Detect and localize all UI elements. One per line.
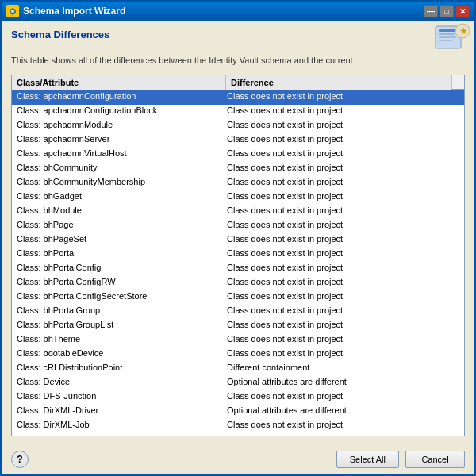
cell-difference: Class does not exist in project xyxy=(222,433,464,436)
table-row[interactable]: Class: apchadmnServerClass does not exis… xyxy=(12,133,464,148)
table-row[interactable]: Class: bhCommunityMembershipClass does n… xyxy=(12,176,464,190)
cell-class-attr: Class: apchadmnVirtualHost xyxy=(12,148,222,162)
table-row[interactable]: Class: bhGadgetClass does not exist in p… xyxy=(12,190,464,205)
table-row[interactable]: Class: bhPortalConfigRWClass does not ex… xyxy=(12,276,464,290)
table-row[interactable]: Class: bhPortalConfigSecretStoreClass do… xyxy=(12,290,464,305)
cell-class-attr: Class: bhPageSet xyxy=(12,233,222,248)
cell-class-attr: Class: Device xyxy=(12,376,222,390)
cell-class-attr: Class: bhCommunityMembership xyxy=(12,176,222,190)
cell-class-attr: Class: bhPortalGroupList xyxy=(12,319,222,333)
footer-left: ? xyxy=(11,451,29,468)
table-row[interactable]: Class: bhPortalConfigClass does not exis… xyxy=(12,262,464,276)
table-row[interactable]: Class: bootableDeviceClass does not exis… xyxy=(12,347,464,362)
cell-class-attr: Class: DFS-Junction xyxy=(12,390,222,405)
cell-difference: Optional attributes are different xyxy=(222,376,464,390)
cell-class-attr: Class: DirXML-Library xyxy=(12,433,222,436)
cell-difference: Class does not exist in project xyxy=(222,347,464,362)
table-row[interactable]: Class: DirXML-JobClass does not exist in… xyxy=(12,419,464,433)
table-row[interactable]: Class: DFS-JunctionClass does not exist … xyxy=(12,390,464,405)
column-header-difference: Difference xyxy=(226,75,451,90)
table-row[interactable]: Class: bhPortalClass does not exist in p… xyxy=(12,248,464,262)
table-row[interactable]: Class: bhModuleClass does not exist in p… xyxy=(12,205,464,219)
footer-buttons: Select All Cancel xyxy=(336,451,465,468)
cell-difference: Class does not exist in project xyxy=(222,205,464,219)
cell-class-attr: Class: bhPortalConfigRW xyxy=(12,276,222,290)
table-row[interactable]: Class: apchadmnVirtualHostClass does not… xyxy=(12,148,464,162)
cell-class-attr: Class: bhModule xyxy=(12,205,222,219)
table-row[interactable]: Class: bhPageSetClass does not exist in … xyxy=(12,233,464,248)
svg-rect-4 xyxy=(439,33,455,35)
svg-point-1 xyxy=(11,10,14,13)
table-row[interactable]: Class: DirXML-DriverOptional attributes … xyxy=(12,405,464,419)
cell-difference: Class does not exist in project xyxy=(222,219,464,233)
cell-class-attr: Class: bhTheme xyxy=(12,333,222,347)
svg-text:★: ★ xyxy=(459,25,468,36)
differences-table: Class/Attribute Difference Class: apchad… xyxy=(11,75,465,436)
cell-difference: Class does not exist in project xyxy=(222,419,464,433)
table-scroll-area[interactable]: Class: apchadmnConfigurationClass does n… xyxy=(12,90,464,436)
maximize-button[interactable]: □ xyxy=(440,5,454,17)
table-row[interactable]: Class: cRLDistributionPointDifferent con… xyxy=(12,362,464,376)
cell-difference: Class does not exist in project xyxy=(222,133,464,148)
cell-difference: Class does not exist in project xyxy=(222,105,464,119)
footer: ? Select All Cancel xyxy=(2,444,474,474)
cell-class-attr: Class: DirXML-Driver xyxy=(12,405,222,419)
cell-difference: Class does not exist in project xyxy=(222,390,464,405)
cell-difference: Class does not exist in project xyxy=(222,119,464,133)
content-area: ★ Schema Differences This table shows al… xyxy=(2,21,474,444)
table-row[interactable]: Class: bhCommunityClass does not exist i… xyxy=(12,162,464,176)
cancel-button[interactable]: Cancel xyxy=(405,451,465,468)
cell-class-attr: Class: bhPage xyxy=(12,219,222,233)
cell-difference: Class does not exist in project xyxy=(222,190,464,205)
cell-difference: Class does not exist in project xyxy=(222,290,464,305)
window-icon xyxy=(6,5,19,17)
cell-class-attr: Class: bhPortalConfig xyxy=(12,262,222,276)
cell-difference: Class does not exist in project xyxy=(222,148,464,162)
cell-difference: Class does not exist in project xyxy=(222,233,464,248)
cell-class-attr: Class: bhCommunity xyxy=(12,162,222,176)
table-row[interactable]: Class: bhPortalGroupListClass does not e… xyxy=(12,319,464,333)
svg-rect-3 xyxy=(439,29,458,32)
minimize-button[interactable]: — xyxy=(424,5,438,17)
cell-difference: Class does not exist in project xyxy=(222,262,464,276)
cell-class-attr: Class: apchadmnConfiguration xyxy=(12,90,222,105)
description-text: This table shows all of the differences … xyxy=(11,55,465,67)
table-header: Class/Attribute Difference xyxy=(12,75,464,90)
table-row[interactable]: Class: apchadmnModuleClass does not exis… xyxy=(12,119,464,133)
cell-difference: Class does not exist in project xyxy=(222,276,464,290)
wizard-icon: ★ xyxy=(432,21,474,56)
cell-difference: Class does not exist in project xyxy=(222,305,464,319)
table-row[interactable]: Class: bhPortalGroupClass does not exist… xyxy=(12,305,464,319)
cell-class-attr: Class: apchadmnConfigurationBlock xyxy=(12,105,222,119)
table-row[interactable]: Class: DirXML-LibraryClass does not exis… xyxy=(12,433,464,436)
cell-difference: Class does not exist in project xyxy=(222,162,464,176)
cell-class-attr: Class: bhPortalConfigSecretStore xyxy=(12,290,222,305)
cell-class-attr: Class: bootableDevice xyxy=(12,347,222,362)
table-row[interactable]: Class: DeviceOptional attributes are dif… xyxy=(12,376,464,390)
svg-rect-5 xyxy=(439,36,456,38)
cell-class-attr: Class: bhGadget xyxy=(12,190,222,205)
select-all-button[interactable]: Select All xyxy=(336,451,399,468)
cell-difference: Optional attributes are different xyxy=(222,405,464,419)
cell-difference: Class does not exist in project xyxy=(222,176,464,190)
close-button[interactable]: ✕ xyxy=(455,5,470,17)
table-row[interactable]: Class: apchadmnConfigurationBlockClass d… xyxy=(12,105,464,119)
title-bar: Schema Import Wizard — □ ✕ xyxy=(2,2,474,21)
section-title: Schema Differences xyxy=(11,29,465,40)
main-window: Schema Import Wizard — □ ✕ ★ Schema Diff… xyxy=(0,0,476,476)
divider xyxy=(11,48,465,48)
cell-difference: Class does not exist in project xyxy=(222,333,464,347)
cell-difference: Class does not exist in project xyxy=(222,90,464,105)
table-row[interactable]: Class: apchadmnConfigurationClass does n… xyxy=(12,90,464,105)
cell-difference: Class does not exist in project xyxy=(222,248,464,262)
column-header-class: Class/Attribute xyxy=(12,75,226,90)
window-title: Schema Import Wizard xyxy=(23,6,420,17)
table-row[interactable]: Class: bhPageClass does not exist in pro… xyxy=(12,219,464,233)
title-controls: — □ ✕ xyxy=(424,5,470,17)
cell-difference: Different containment xyxy=(222,362,464,376)
cell-class-attr: Class: DirXML-Job xyxy=(12,419,222,433)
scrollbar-header-spacer xyxy=(451,75,464,90)
help-button[interactable]: ? xyxy=(11,451,29,468)
table-row[interactable]: Class: bhThemeClass does not exist in pr… xyxy=(12,333,464,347)
cell-class-attr: Class: apchadmnServer xyxy=(12,133,222,148)
